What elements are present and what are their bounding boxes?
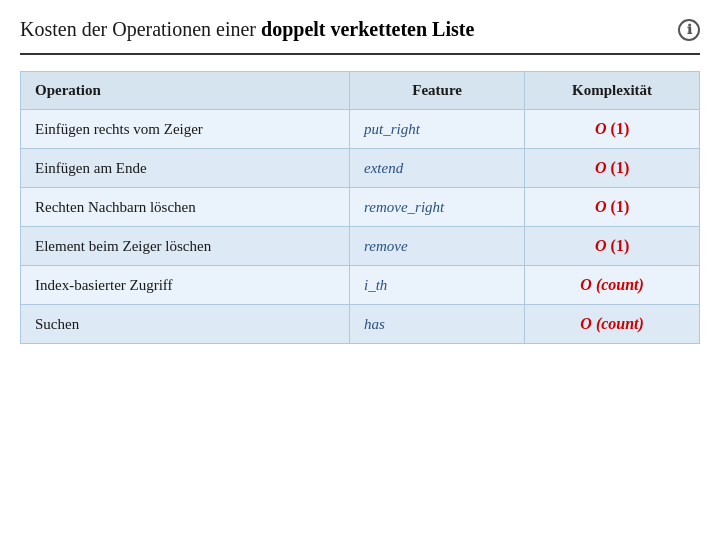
table-row: SuchenhasO (count): [21, 305, 700, 344]
col-header-operation: Operation: [21, 72, 350, 110]
complexity-table: Operation Feature Komplexität Einfügen r…: [20, 71, 700, 344]
cell-operation: Element beim Zeiger löschen: [21, 227, 350, 266]
cell-complexity: O (count): [525, 305, 700, 344]
title-prefix: Kosten der Operationen einer: [20, 18, 261, 40]
cell-feature: remove: [350, 227, 525, 266]
cell-feature: extend: [350, 149, 525, 188]
cell-feature: remove_right: [350, 188, 525, 227]
cell-operation: Einfügen rechts vom Zeiger: [21, 110, 350, 149]
table-wrapper: Operation Feature Komplexität Einfügen r…: [20, 71, 700, 344]
cell-feature: put_right: [350, 110, 525, 149]
table-row: Einfügen rechts vom Zeigerput_rightO (1): [21, 110, 700, 149]
table-header-row: Operation Feature Komplexität: [21, 72, 700, 110]
info-icon[interactable]: ℹ: [678, 19, 700, 41]
title-area: Kosten der Operationen einer doppelt ver…: [20, 18, 700, 55]
page-container: Kosten der Operationen einer doppelt ver…: [0, 0, 720, 540]
table-row: Index-basierter Zugriffi_thO (count): [21, 266, 700, 305]
cell-complexity: O (1): [525, 110, 700, 149]
cell-operation: Suchen: [21, 305, 350, 344]
cell-complexity: O (count): [525, 266, 700, 305]
col-header-complexity: Komplexität: [525, 72, 700, 110]
table-row: Element beim Zeiger löschenremoveO (1): [21, 227, 700, 266]
cell-operation: Einfügen am Ende: [21, 149, 350, 188]
table-row: Rechten Nachbarn löschenremove_rightO (1…: [21, 188, 700, 227]
title-bold: doppelt verketteten Liste: [261, 18, 474, 40]
col-header-feature: Feature: [350, 72, 525, 110]
cell-feature: i_th: [350, 266, 525, 305]
table-row: Einfügen am EndeextendO (1): [21, 149, 700, 188]
cell-feature: has: [350, 305, 525, 344]
cell-complexity: O (1): [525, 188, 700, 227]
page-title: Kosten der Operationen einer doppelt ver…: [20, 18, 474, 41]
cell-operation: Rechten Nachbarn löschen: [21, 188, 350, 227]
cell-operation: Index-basierter Zugriff: [21, 266, 350, 305]
cell-complexity: O (1): [525, 149, 700, 188]
cell-complexity: O (1): [525, 227, 700, 266]
